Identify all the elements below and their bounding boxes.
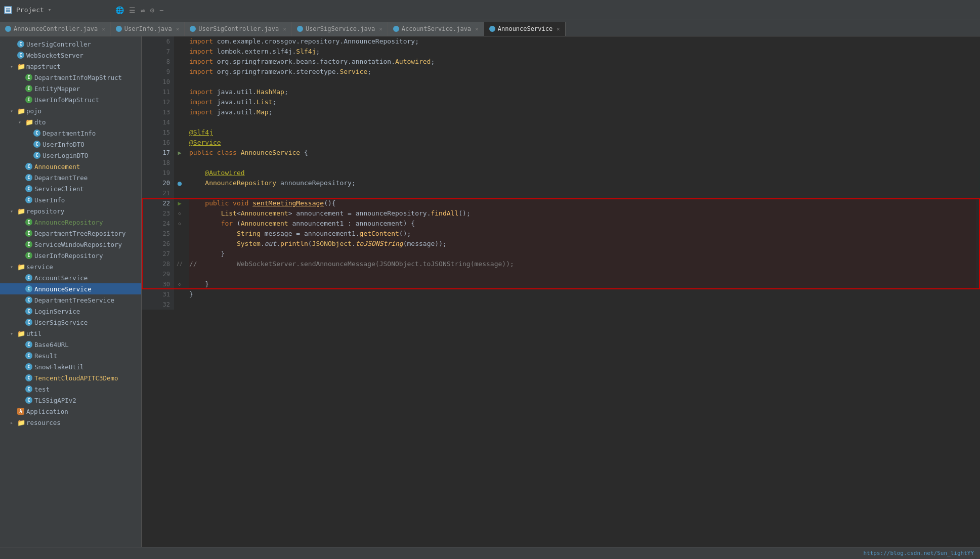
item-label: Announcement <box>34 163 139 170</box>
tab-usersig-service[interactable]: UserSigService.java ✕ <box>292 22 388 36</box>
gi-empty <box>174 289 185 299</box>
sidebar-item-usersig-service[interactable]: C UserSigService <box>0 317 141 328</box>
sidebar-item-util-folder[interactable]: 📁 util <box>0 328 141 339</box>
code-line-24: for (Announcement announcement1 : announ… <box>189 219 976 229</box>
ln-25: 25 <box>156 229 170 239</box>
tab-close[interactable]: ✕ <box>102 26 105 32</box>
code-line-12: import java.util.List; <box>189 97 976 107</box>
sidebar-item-result[interactable]: C Result <box>0 350 141 361</box>
ln-6: 6 <box>156 36 170 47</box>
sidebar-item-tencent[interactable]: C TencentCloudAPITC3Demo <box>0 372 141 383</box>
sidebar-item-userlogin-dto[interactable]: C UserLoginDTO <box>0 150 141 161</box>
tab-userinfo[interactable]: UserInfo.java ✕ <box>111 22 185 36</box>
tab-announce-service[interactable]: AnnounceService ✕ <box>484 22 566 36</box>
tab-account-service[interactable]: AccountService.java ✕ <box>388 22 484 36</box>
sidebar-item-application[interactable]: A Application <box>0 406 141 417</box>
interface-icon: I <box>25 85 32 92</box>
sidebar-item-account-service[interactable]: C AccountService <box>0 272 141 283</box>
sidebar-item-deptinfo-mapstruct[interactable]: I DepartmentInfoMapStruct <box>0 72 141 83</box>
sidebar-item-announcement[interactable]: C Announcement <box>0 161 141 172</box>
tab-close[interactable]: ✕ <box>557 26 560 32</box>
gi-empty <box>174 67 185 77</box>
sidebar-item-tlssig[interactable]: C TLSSigAPIv2 <box>0 395 141 406</box>
ln-28: 28 <box>156 259 170 269</box>
item-label: resources <box>26 419 139 426</box>
gutter-icons-col <box>142 36 152 310</box>
sidebar-item-resources[interactable]: 📁 resources <box>0 417 141 428</box>
dropdown-arrow[interactable]: ▾ <box>48 7 52 13</box>
editor-area[interactable]: 6 7 8 9 10 11 12 13 14 15 16 17 18 19 <box>142 36 980 547</box>
sidebar-item-userinfo-mapstruct[interactable]: I UserInfoMapStruct <box>0 94 141 105</box>
sidebar-item-userinfo[interactable]: C UserInfo <box>0 194 141 205</box>
sidebar-item-dept-tree-service[interactable]: C DepartmentTreeService <box>0 294 141 306</box>
menu-icon[interactable]: ☰ <box>129 6 136 14</box>
item-label: UserSigService <box>34 319 139 326</box>
sidebar-item-pojo[interactable]: 📁 pojo <box>0 105 141 116</box>
sidebar-item-deptinfo[interactable]: C DepartmentInfo <box>0 127 141 139</box>
bp-23[interactable]: ◇ <box>174 208 185 219</box>
sidebar-item-service-folder[interactable]: 📁 service <box>0 261 141 272</box>
sidebar-item-announce-service[interactable]: C AnnounceService <box>0 283 141 294</box>
item-label: DepartmentTreeService <box>34 296 139 304</box>
code-line-20: AnnounceRepository announceRepository; <box>189 178 976 188</box>
tab-usersig-controller[interactable]: UserSigController.java ✕ <box>185 22 292 36</box>
sidebar-item-dept-tree-repo[interactable]: I DepartmentTreeRepository <box>0 228 141 239</box>
sidebar-item-userinfo-repo[interactable]: I UserInfoRepository <box>0 250 141 261</box>
sidebar-item-snowflake[interactable]: C SnowFlakeUtil <box>0 361 141 372</box>
bp-24[interactable]: ◇ <box>174 219 185 229</box>
sidebar-item-dto[interactable]: 📁 dto <box>0 116 141 127</box>
interface-icon: I <box>25 74 32 81</box>
sidebar-item-service-window-repo[interactable]: I ServiceWindowRepository <box>0 239 141 250</box>
interface-icon: I <box>25 230 32 237</box>
tab-close[interactable]: ✕ <box>176 26 180 32</box>
tab-close[interactable]: ✕ <box>283 26 286 32</box>
item-label: mapstruct <box>26 63 139 70</box>
item-label: WebSocketServer <box>26 52 139 59</box>
sidebar[interactable]: C UserSigController C WebSocketServer 📁 … <box>0 36 142 547</box>
sidebar-item-service-client[interactable]: C ServiceClient <box>0 183 141 194</box>
code-line-9: import org.springframework.stereotype.Se… <box>189 67 976 77</box>
tab-announce-controller[interactable]: AnnounceController.java ✕ <box>0 22 111 36</box>
sidebar-item-announce-repo[interactable]: I AnnounceRepository <box>0 217 141 228</box>
ln-32: 32 <box>156 299 170 310</box>
sidebar-item-dept-tree[interactable]: C DepartmentTree <box>0 172 141 183</box>
tab-close[interactable]: ✕ <box>475 26 479 32</box>
folder-icon: 📁 <box>17 107 24 114</box>
line-numbers: 6 7 8 9 10 11 12 13 14 15 16 17 18 19 <box>152 36 174 310</box>
bp-30[interactable]: ◇ <box>174 279 185 289</box>
class-icon: C <box>25 174 32 181</box>
sync-icon[interactable]: ⇌ <box>141 6 145 14</box>
svg-rect-0 <box>6 8 11 13</box>
tab-close[interactable]: ✕ <box>379 26 382 32</box>
gi-empty <box>174 47 185 57</box>
minimize-icon[interactable]: − <box>159 6 163 14</box>
code-line-7: import lombok.extern.slf4j.Slf4j; <box>189 47 976 57</box>
sidebar-item-repository[interactable]: 📁 repository <box>0 205 141 217</box>
code-line-29 <box>189 269 976 279</box>
gi-empty <box>174 127 185 138</box>
sidebar-item-mapstruct[interactable]: 📁 mapstruct <box>0 61 141 72</box>
sidebar-item-usersig-controller[interactable]: C UserSigController <box>0 38 141 50</box>
code-line-13: import java.util.Map; <box>189 107 976 117</box>
sidebar-item-entity-mapper[interactable]: I EntityMapper <box>0 83 141 94</box>
class-icon: C <box>25 163 32 170</box>
item-label: LoginService <box>34 308 139 315</box>
globe-icon[interactable]: 🌐 <box>115 6 124 14</box>
ln-9: 9 <box>156 67 170 77</box>
sidebar-item-userinfo-dto[interactable]: C UserInfoDTO <box>0 139 141 150</box>
sidebar-item-login-service[interactable]: C LoginService <box>0 306 141 317</box>
class-icon: C <box>25 319 32 326</box>
sidebar-item-base64url[interactable]: C Base64URL <box>0 339 141 350</box>
tab-label: UserInfo.java <box>124 25 172 32</box>
settings-icon[interactable]: ⚙ <box>150 6 154 14</box>
run-method-icon[interactable]: ▶ <box>174 198 185 208</box>
code-lines[interactable]: import com.example.crossgov.repository.A… <box>185 36 980 310</box>
run-class-icon[interactable]: ▶ <box>174 148 185 158</box>
sidebar-item-test[interactable]: C test <box>0 383 141 395</box>
ln-23: 23 <box>156 208 170 219</box>
tab-icon <box>5 26 11 32</box>
title-bar-title: Project <box>16 6 44 14</box>
sidebar-item-websocket-server[interactable]: C WebSocketServer <box>0 50 141 61</box>
item-label: test <box>34 385 139 393</box>
folder-icon: 📁 <box>25 118 32 125</box>
